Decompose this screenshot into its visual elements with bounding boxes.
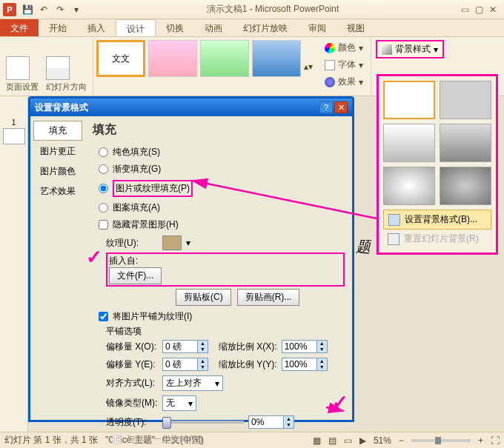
orientation-icon[interactable] [46, 56, 70, 80]
annotation-check-icon: ✓ [332, 391, 348, 414]
offset-x-input[interactable]: ▲▼ [162, 340, 208, 353]
maximize-icon[interactable]: ▢ [475, 4, 483, 15]
tab-home[interactable]: 开始 [39, 19, 77, 36]
dialog-titlebar: 设置背景格式 ? ✕ [30, 98, 352, 116]
tab-review[interactable]: 审阅 [298, 19, 336, 36]
format-background-menuitem[interactable]: 设置背景格式(B)... [383, 210, 491, 230]
insert-from-label: 插入自: [109, 255, 342, 267]
nav-fill[interactable]: 填充 [33, 121, 82, 141]
dialog-help-button[interactable]: ? [319, 101, 333, 113]
checkbox-rotate-with-shape [112, 435, 122, 444]
background-styles-dropdown: 设置背景格式(B)... 重置幻灯片背景(R) [377, 74, 498, 255]
theme-thumb[interactable] [252, 40, 301, 77]
zoom-slider[interactable] [411, 439, 471, 442]
bg-style-option[interactable] [383, 124, 435, 162]
file-tab[interactable]: 文件 [0, 19, 39, 36]
tile-heading: 平铺选项 [106, 325, 345, 338]
nav-pic-correct[interactable]: 图片更正 [33, 142, 82, 161]
tab-animation[interactable]: 动画 [194, 19, 233, 36]
effects-icon [325, 77, 335, 87]
group-variants: 颜色 ▾ 字体 ▾ 效果 ▾ [317, 37, 371, 96]
radio-gradient[interactable] [99, 164, 108, 174]
chevron-down-icon: ▾ [188, 398, 193, 409]
window-controls: ▭ ▢ ✕ [461, 4, 501, 15]
dialog-content: 填充 纯色填充(S) 渐变填充(G) 图片或纹理填充(P) 图案填充(A) 隐藏… [85, 116, 352, 420]
bg-style-option[interactable] [440, 124, 491, 162]
format-background-dialog: 设置背景格式 ? ✕ 填充 图片更正 图片颜色 艺术效果 填充 纯色填充(S) … [28, 96, 354, 422]
theme-thumb[interactable] [200, 40, 249, 77]
save-icon[interactable]: 💾 [21, 3, 34, 16]
view-reading-icon[interactable]: ▭ [344, 435, 352, 446]
align-select[interactable]: 左上对齐▾ [162, 375, 223, 391]
bg-style-option[interactable] [383, 167, 435, 205]
tab-transition[interactable]: 切换 [156, 19, 194, 36]
reset-bg-icon [388, 233, 399, 245]
zoom-in-icon[interactable]: + [478, 435, 483, 446]
page-setup-label: 页面设置 [6, 81, 39, 93]
fonts-icon [325, 60, 335, 70]
bg-style-grid [383, 81, 491, 205]
file-button[interactable]: 文件(F)... [109, 267, 162, 284]
theme-thumb[interactable] [148, 40, 197, 77]
transparency-slider[interactable] [162, 421, 244, 424]
redo-icon[interactable]: ↷ [53, 3, 67, 16]
offset-y-input[interactable]: ▲▼ [162, 358, 208, 371]
tab-insert[interactable]: 插入 [77, 19, 116, 36]
app-icon: P [3, 3, 16, 16]
slide-number: 1 [0, 118, 27, 127]
titlebar: P 💾 ↶ ↷ ▾ 演示文稿1 - Microsoft PowerPoint ▭… [0, 0, 504, 19]
format-bg-icon [388, 214, 400, 226]
effects-button[interactable]: 效果 ▾ [322, 74, 366, 90]
theme-gallery[interactable]: 文文 ▴▾ [93, 37, 317, 96]
view-slideshow-icon[interactable]: ▶ [359, 435, 366, 446]
scale-y-input[interactable]: ▲▼ [282, 358, 328, 371]
chevron-down-icon: ▾ [215, 378, 219, 389]
zoom-value: 51% [374, 435, 391, 446]
window-title: 演示文稿1 - Microsoft PowerPoint [84, 3, 461, 16]
texture-preview[interactable] [162, 235, 182, 250]
nav-pic-color[interactable]: 图片颜色 [33, 162, 82, 181]
slide-info: 幻灯片 第 1 张，共 1 张 [4, 434, 98, 447]
bg-style-option[interactable] [440, 81, 491, 119]
colors-icon [325, 43, 335, 53]
gallery-more-icon[interactable]: ▴▾ [304, 40, 314, 93]
tab-slideshow[interactable]: 幻灯片放映 [233, 19, 298, 36]
dialog-title: 设置背景格式 [35, 101, 319, 114]
undo-icon[interactable]: ↶ [37, 3, 50, 16]
radio-picture-texture[interactable] [99, 184, 108, 193]
dialog-close-button[interactable]: ✕ [334, 101, 348, 113]
fit-icon[interactable]: ⛶ [491, 435, 500, 446]
clipboard-button[interactable]: 剪贴板(C) [176, 289, 231, 306]
scale-x-input[interactable]: ▲▼ [282, 340, 328, 353]
zoom-out-icon[interactable]: − [399, 435, 404, 446]
transparency-input[interactable]: ▲▼ [248, 415, 294, 429]
group-page-setup: 页面设置 幻灯片方向 [0, 37, 93, 96]
bg-style-option[interactable] [383, 81, 435, 119]
checkbox-hide-bg[interactable] [99, 220, 108, 230]
colors-button[interactable]: 颜色 ▾ [322, 40, 366, 56]
fill-heading: 填充 [93, 122, 345, 138]
tab-design[interactable]: 设计 [116, 19, 156, 36]
qat-dropdown-icon[interactable]: ▾ [70, 3, 83, 16]
close-icon[interactable]: ✕ [489, 4, 497, 15]
reset-background-menuitem: 重置幻灯片背景(R) [383, 230, 491, 248]
background-styles-button[interactable]: 背景样式 ▾ [376, 40, 444, 58]
tab-view[interactable]: 视图 [336, 19, 375, 36]
nav-artistic[interactable]: 艺术效果 [33, 182, 82, 201]
texture-dropdown-icon[interactable]: ▾ [186, 238, 190, 248]
radio-solid[interactable] [99, 147, 108, 157]
radio-pattern[interactable] [99, 203, 108, 213]
clipart-button[interactable]: 剪贴画(R)... [237, 289, 300, 306]
theme-thumb[interactable]: 文文 [96, 40, 145, 77]
orientation-label: 幻灯片方向 [46, 81, 87, 93]
slide-thumbnail[interactable] [3, 128, 25, 144]
fonts-button[interactable]: 字体 ▾ [322, 57, 366, 73]
dialog-nav: 填充 图片更正 图片颜色 艺术效果 [30, 116, 85, 420]
mirror-select[interactable]: 无▾ [162, 395, 196, 411]
page-setup-icon[interactable] [6, 56, 30, 80]
slide-text: 题 [356, 237, 371, 257]
minimize-icon[interactable]: ▭ [461, 4, 469, 15]
checkbox-tile[interactable] [99, 312, 108, 321]
bg-style-option[interactable] [440, 167, 491, 205]
ribbon-tabs: 文件 开始 插入 设计 切换 动画 幻灯片放映 审阅 视图 [0, 19, 504, 37]
